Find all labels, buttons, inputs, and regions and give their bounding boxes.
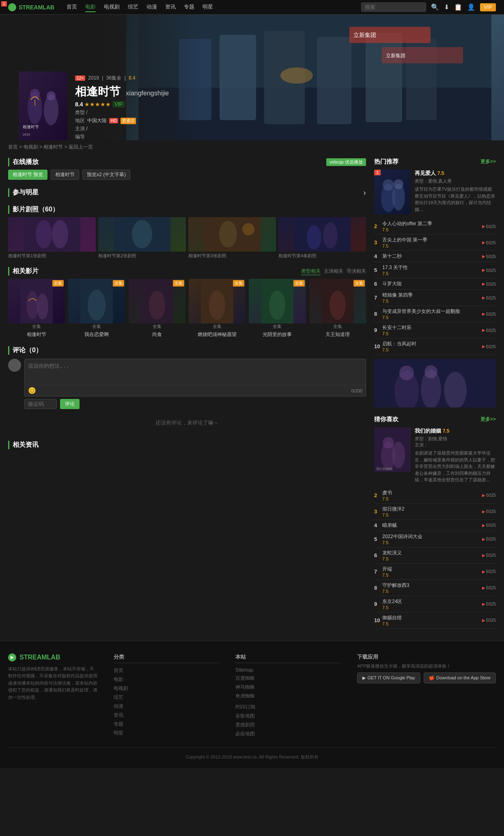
photo-label-2: 相逢时节第2张剧照 [98, 253, 186, 259]
user-icon[interactable]: 👤 [467, 3, 475, 11]
related-tab-cast[interactable]: 主演相关 [324, 268, 343, 275]
guess-item-2[interactable]: 2 虞书 7.5 ▶ 5025 [374, 487, 496, 504]
guess-top-item[interactable]: 我们的婚姻 1 我们的婚姻 7.5 类型：剧情,爱情 主演： 全剧讲述了祖籍贵州… [374, 427, 496, 483]
hot-recommend-more[interactable]: 更多>> [480, 158, 496, 165]
footer-classify-topic[interactable]: 专题 [114, 721, 219, 728]
hot-list-item-5[interactable]: 5 17.3 关于性 7.5 ▶ 5025 [374, 262, 496, 278]
related-tab-type[interactable]: 类型相关 [301, 268, 321, 275]
svg-text:2019: 2019 [23, 133, 30, 136]
footer-logo-section: ▶ STREAMLAB 本站只提供WEB页面服务，本站不存储，不制作任何视频，不… [8, 653, 97, 739]
guess-count-8: ▶ 5025 [482, 585, 496, 590]
play-tab-2[interactable]: 相逢时节 [51, 170, 79, 180]
hot-banner[interactable] [374, 359, 496, 407]
rank-3: 3 [374, 239, 382, 246]
breadcrumb-home[interactable]: 首页 [8, 144, 18, 150]
hot-list-item-6[interactable]: 6 斗罗大陆 ▶ 5025 [374, 278, 496, 290]
footer-site-link-3[interactable]: 神马蜘蛛 [235, 684, 341, 691]
rank-count-7: ▶ 5025 [482, 295, 496, 300]
hot-recommend-section: 热门推荐 更多>> 1 [374, 158, 496, 407]
photo-item-3[interactable]: 相逢时节第3张剧照 [188, 217, 276, 259]
nav-news[interactable]: 资讯 [165, 2, 176, 12]
breadcrumb-current[interactable]: 相逢时节 [43, 144, 63, 150]
footer-ext-link-1[interactable]: RSS订阅 [235, 704, 341, 711]
user-avatar [8, 359, 21, 372]
photo-item-4[interactable]: 相逢时节第4条剧照 [278, 217, 366, 259]
emoji-button[interactable]: 😊 [28, 387, 36, 394]
footer-site-link-2[interactable]: 百度蜘蛛 [235, 675, 341, 682]
hot-list-item-4[interactable]: 4 第十二秒 ▶ 5025 [374, 251, 496, 262]
nav-tv[interactable]: 电视剧 [104, 2, 120, 12]
hot-list-item-3[interactable]: 3 舌尖上的中国 第一季 7.5 ▶ 5025 [374, 235, 496, 251]
footer-site-link-1[interactable]: Sitemap [235, 667, 341, 673]
nav-topic[interactable]: 专题 [184, 2, 194, 12]
footer: ▶ STREAMLAB 本站只提供WEB页面服务，本站不存储，不制作任何视频，不… [0, 641, 504, 768]
logo[interactable]: ▶ STREAMLAB [8, 3, 54, 11]
download-icon[interactable]: ⬇ [444, 3, 449, 11]
rank-4: 4 [374, 253, 382, 259]
footer-classify-home[interactable]: 首页 [114, 667, 219, 674]
guess-count-4: ▶ 5025 [482, 523, 496, 528]
breadcrumb-tv[interactable]: 电视剧 [24, 144, 38, 150]
guess-item-3[interactable]: 3 假日微洋2 7.5 ▶ 5025 [374, 504, 496, 520]
history-icon[interactable]: 📋 [454, 3, 462, 11]
store-buttons: ▶ GET IT ON Google Play 🍎 Download on th… [357, 672, 496, 683]
vip-button[interactable]: VIP [480, 3, 496, 11]
nav-home[interactable]: 首页 [67, 2, 77, 12]
submit-comment-button[interactable]: 评论 [60, 399, 80, 409]
footer-classify-tv[interactable]: 电视剧 [114, 685, 219, 692]
guess-item-4[interactable]: 4 瞄弟贼 ▶ 5025 [374, 520, 496, 531]
footer-classify-variety[interactable]: 综艺 [114, 694, 219, 701]
film-item-3[interactable]: 全集 全集 尚食 [129, 279, 185, 338]
hot-list-item-7[interactable]: 7 蜡烛像 第四季 7.5 ▶ 5025 [374, 290, 496, 306]
film-item-4[interactable]: 全集 全集 燃烧吧须神秘愿望 [189, 279, 246, 338]
footer-classify-star[interactable]: 明星 [114, 730, 219, 737]
play-tab-3[interactable]: 预览x2 (中文字幕) [82, 170, 130, 180]
guess-item-5[interactable]: 5 2022中国诗词大会 7.5 ▶ 5025 [374, 531, 496, 547]
captcha-input[interactable] [24, 399, 57, 409]
google-play-button[interactable]: ▶ GET IT ON Google Play [357, 672, 420, 683]
photo-item-1[interactable]: 相逢时节第1张剧照 [8, 217, 96, 259]
guess-like-more[interactable]: 更多>> [480, 416, 496, 423]
stars-arrow[interactable]: › [363, 188, 366, 197]
breadcrumb-back[interactable]: 返回上一页 [69, 144, 93, 150]
hot-top-item[interactable]: 1 [374, 170, 496, 214]
footer-ext-link-3[interactable]: 度搜剧照 [235, 722, 341, 728]
footer-classify-movie[interactable]: 电影 [114, 676, 219, 683]
hot-list-item-2[interactable]: 2 令人心动的offer 第二季 7.5 ▶ 5025 [374, 218, 496, 235]
hot-list-item-8[interactable]: 8 与变成异世界美少女的大叔一超翻脸 7.5 ▶ 5025 [374, 306, 496, 322]
related-header: 相关影片 类型相关 主演相关 导演相关 [8, 267, 366, 276]
guess-item-10[interactable]: 10 御赐自猎 7.5 ▶ 5025 [374, 612, 496, 629]
svg-rect-6 [366, 33, 402, 122]
film-ep-6: 全集 [309, 323, 366, 330]
search-icon[interactable]: 🔍 [431, 3, 439, 11]
related-tab-director[interactable]: 导演相关 [347, 268, 366, 275]
hot-list-item-10[interactable]: 10 启航：当风起时 7.5 ▶ 5025 [374, 338, 496, 355]
guess-item-7[interactable]: 7 开端 7.5 ▶ 5025 [374, 564, 496, 580]
nav-movie[interactable]: 电影 [85, 2, 96, 12]
guess-item-9[interactable]: 9 东京24区 7.5 ▶ 5025 [374, 596, 496, 612]
photo-item-2[interactable]: 相逢时节第2张剧照 [98, 217, 186, 259]
footer-site-link-4[interactable]: 奇虎蜘蛛 [235, 693, 341, 700]
footer-classify-news[interactable]: 资讯 [114, 712, 219, 719]
related-films-section: 相关影片 类型相关 主演相关 导演相关 全集 全集 相逢时节 [8, 267, 366, 338]
comment-textarea[interactable] [25, 359, 366, 384]
rank-info-3: 舌尖上的中国 第一季 7.5 [382, 237, 482, 248]
nav-anime[interactable]: 动漫 [146, 2, 157, 12]
guess-item-6[interactable]: 6 龙蛇演义 7.5 ▶ 5025 [374, 547, 496, 564]
footer-ext-link-2[interactable]: 谷歌地图 [235, 713, 341, 720]
film-badge-2: 全集 [113, 280, 124, 287]
footer-classify-anime[interactable]: 动漫 [114, 703, 219, 710]
play-tab-1[interactable]: 相逢时节 预览 [8, 170, 47, 180]
film-item-2[interactable]: 全集 全集 我在恋爱啊 [68, 279, 125, 338]
film-item-5[interactable]: 全集 全集 光阴里的故事 [249, 279, 306, 338]
app-store-button[interactable]: 🍎 Download on the App Store [424, 672, 496, 683]
film-ep-1: 全集 [8, 323, 65, 330]
film-item-1[interactable]: 全集 全集 相逢时节 [8, 279, 65, 338]
search-input[interactable] [361, 2, 426, 12]
nav-variety[interactable]: 综艺 [128, 2, 138, 12]
guess-item-8[interactable]: 8 守护解放西3 7.5 ▶ 5025 [374, 580, 496, 596]
nav-star[interactable]: 明星 [202, 2, 213, 12]
footer-ext-link-4[interactable]: 必应地图 [235, 730, 341, 737]
hot-list-item-9[interactable]: 9 长安十二时辰 7.5 ▶ 5025 [374, 322, 496, 338]
film-item-6[interactable]: 全集 全集 天王知道理 [309, 279, 366, 338]
